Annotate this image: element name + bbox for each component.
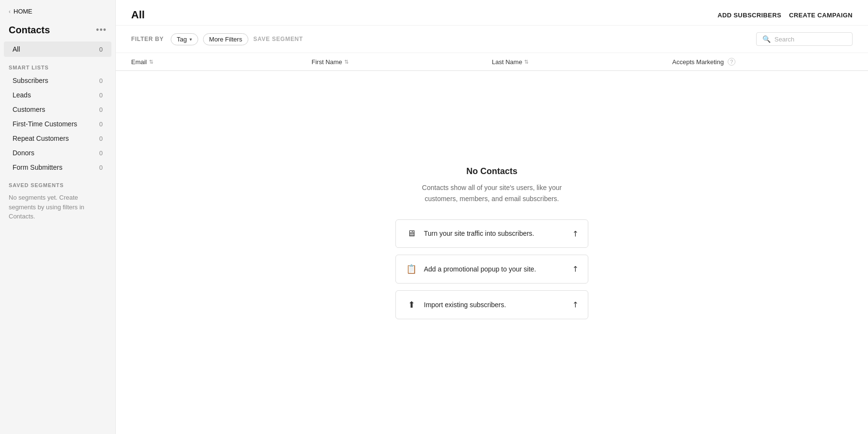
filter-by-label: FILTER BY xyxy=(131,36,164,42)
sidebar-title: Contacts xyxy=(9,25,50,36)
sidebar-list-label: Subscribers xyxy=(13,77,48,84)
sidebar-list-count: 0 xyxy=(99,135,103,142)
main-content: All ADD SUBSCRIBERS CREATE CAMPAIGN FILT… xyxy=(116,0,868,434)
filter-bar: FILTER BY Tag ▾ More Filters SAVE SEGMEN… xyxy=(116,26,868,53)
sidebar-item-donors[interactable]: Donors0 xyxy=(4,146,111,160)
topbar-actions: ADD SUBSCRIBERS CREATE CAMPAIGN xyxy=(718,12,853,19)
home-link[interactable]: ‹ HOME xyxy=(0,0,115,21)
tag-filter-button[interactable]: Tag ▾ xyxy=(171,33,198,45)
empty-state-title: No Contacts xyxy=(466,166,517,176)
save-segment-button[interactable]: SAVE SEGMENT xyxy=(253,36,303,42)
sidebar-header: Contacts ••• xyxy=(0,21,115,41)
sidebar-list-count: 0 xyxy=(99,92,103,99)
topbar: All ADD SUBSCRIBERS CREATE CAMPAIGN xyxy=(116,0,868,26)
smart-lists-heading: SMART LISTS xyxy=(0,57,115,73)
action-card-left-1: 📋 Add a promotional popup to your site. xyxy=(406,264,536,274)
action-card-2[interactable]: ⬆ Import existing subscribers. ↗ xyxy=(395,290,588,319)
chevron-left-icon: ‹ xyxy=(9,8,11,15)
action-card-text-1: Add a promotional popup to your site. xyxy=(424,265,536,273)
empty-state-description: Contacts show all of your site's users, … xyxy=(415,182,569,204)
saved-segments-heading: SAVED SEGMENTS xyxy=(0,175,115,191)
more-filters-button[interactable]: More Filters xyxy=(203,33,249,45)
action-cards-container: 🖥 Turn your site traffic into subscriber… xyxy=(395,219,588,319)
sidebar-all-label: All xyxy=(13,45,20,53)
create-campaign-button[interactable]: CREATE CAMPAIGN xyxy=(789,12,853,19)
sidebar-list-label: Donors xyxy=(13,149,34,157)
action-card-left-2: ⬆ Import existing subscribers. xyxy=(406,299,506,310)
action-card-icon-2: ⬆ xyxy=(406,299,417,310)
sidebar-list-label: First-Time Customers xyxy=(13,120,77,128)
firstname-sort-icon: ⇅ xyxy=(344,59,349,65)
sidebar-list-count: 0 xyxy=(99,121,103,128)
action-card-arrow-icon-0: ↗ xyxy=(570,228,581,239)
search-icon: 🔍 xyxy=(762,35,771,43)
lastname-sort-icon: ⇅ xyxy=(524,59,529,65)
empty-state: No Contacts Contacts show all of your si… xyxy=(116,71,868,434)
action-card-left-0: 🖥 Turn your site traffic into subscriber… xyxy=(406,229,534,239)
sidebar-list-label: Customers xyxy=(13,106,45,113)
sidebar-item-first-time-customers[interactable]: First-Time Customers0 xyxy=(4,117,111,131)
action-card-text-0: Turn your site traffic into subscribers. xyxy=(424,230,534,237)
action-card-icon-0: 🖥 xyxy=(406,229,417,239)
firstname-column-header[interactable]: First Name ⇅ xyxy=(312,58,492,66)
sidebar-list-label: Repeat Customers xyxy=(13,135,69,142)
email-column-header[interactable]: Email ⇅ xyxy=(131,58,312,66)
action-card-1[interactable]: 📋 Add a promotional popup to your site. … xyxy=(395,255,588,284)
email-sort-icon: ⇅ xyxy=(149,59,153,65)
sidebar-item-customers[interactable]: Customers0 xyxy=(4,102,111,117)
action-card-arrow-icon-1: ↗ xyxy=(570,264,581,275)
add-subscribers-button[interactable]: ADD SUBSCRIBERS xyxy=(718,12,781,19)
sidebar-list-label: Leads xyxy=(13,91,31,99)
page-title: All xyxy=(131,9,145,21)
sidebar-all-count: 0 xyxy=(99,46,103,53)
chevron-down-icon: ▾ xyxy=(190,37,192,42)
search-box: 🔍 xyxy=(756,32,853,46)
saved-segments-empty: No segments yet. Create segments by usin… xyxy=(0,191,115,229)
sidebar-list-count: 0 xyxy=(99,149,103,157)
action-card-text-2: Import existing subscribers. xyxy=(424,301,506,309)
sidebar-list-label: Form Submitters xyxy=(13,163,62,171)
sidebar-item-all[interactable]: All 0 xyxy=(4,41,111,57)
sidebar-item-leads[interactable]: Leads0 xyxy=(4,88,111,102)
tag-filter-label: Tag xyxy=(177,36,187,43)
sidebar-list-count: 0 xyxy=(99,77,103,84)
action-card-icon-1: 📋 xyxy=(406,264,417,274)
search-input[interactable] xyxy=(774,36,842,43)
sidebar-list-count: 0 xyxy=(99,164,103,171)
accepts-marketing-column-header[interactable]: Accepts Marketing ? xyxy=(672,58,853,66)
home-label: HOME xyxy=(14,8,32,15)
action-card-0[interactable]: 🖥 Turn your site traffic into subscriber… xyxy=(395,219,588,248)
action-card-arrow-icon-2: ↗ xyxy=(570,299,581,311)
table-header: Email ⇅ First Name ⇅ Last Name ⇅ Accepts… xyxy=(116,53,868,71)
sidebar-list-count: 0 xyxy=(99,106,103,113)
smart-lists-container: Subscribers0Leads0Customers0First-Time C… xyxy=(0,73,115,175)
sidebar-item-repeat-customers[interactable]: Repeat Customers0 xyxy=(4,131,111,146)
sidebar-item-subscribers[interactable]: Subscribers0 xyxy=(4,73,111,88)
sidebar-more-icon[interactable]: ••• xyxy=(96,25,107,35)
sidebar: ‹ HOME Contacts ••• All 0 SMART LISTS Su… xyxy=(0,0,116,434)
lastname-column-header[interactable]: Last Name ⇅ xyxy=(492,58,672,66)
sidebar-item-form-submitters[interactable]: Form Submitters0 xyxy=(4,160,111,175)
accepts-marketing-help-icon[interactable]: ? xyxy=(728,58,735,66)
